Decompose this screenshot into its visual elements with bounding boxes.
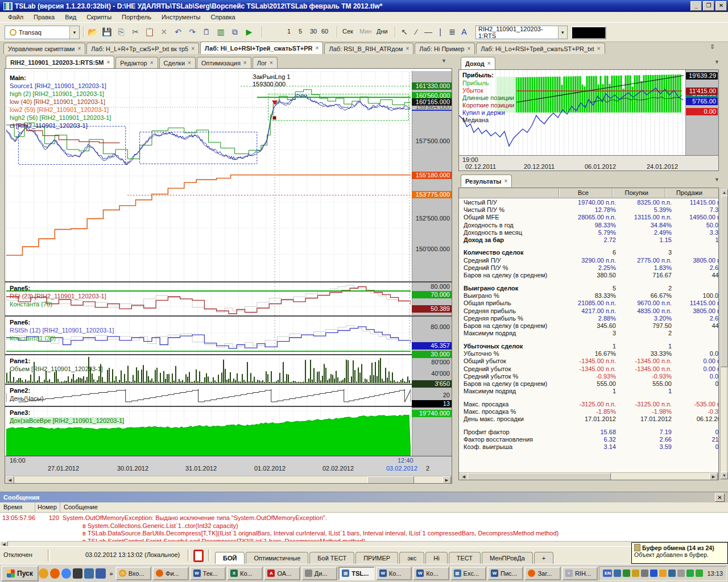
income-chart[interactable]: Прибыль:ПрибыльУбытокДлинные позицииКоро… — [458, 69, 719, 171]
close-tab-icon[interactable]: × — [504, 178, 507, 184]
table-row[interactable]: Баров на сделку (в среднем)380.50716.674… — [459, 272, 718, 279]
pane-splitter[interactable] — [5, 354, 452, 355]
cursor-icon[interactable]: ↖ — [398, 26, 411, 38]
table-row[interactable]: Общий MFE28065.00 п.п.13115.00 п.п.14950… — [459, 214, 718, 221]
text-icon[interactable]: A — [458, 26, 470, 38]
pane-splitter[interactable] — [5, 315, 452, 317]
quick-launch-overflow-icon[interactable]: » — [107, 570, 115, 577]
table-row[interactable]: Макс. просадка %-1.85%-1.98%-0.34% — [459, 408, 718, 415]
scroll-left-icon[interactable]: ◀ — [460, 473, 468, 480]
symbol-combo[interactable]: RIH2_110901_120203-1:RTS▼ — [475, 26, 568, 39]
agent-tab-МенПРовДа[interactable]: МенПРовДа — [482, 552, 533, 564]
save-icon[interactable]: 💾 — [101, 26, 113, 38]
redo-icon[interactable]: ↷ — [186, 26, 198, 38]
table-row[interactable]: Баров на сделку (в среднем)555.00555.000… — [459, 380, 718, 388]
run-icon[interactable]: ▶ — [243, 26, 255, 38]
menu-item-Правка[interactable]: Правка — [29, 13, 59, 21]
agent-tab-Бой ТЕСТ[interactable]: Бой ТЕСТ — [309, 552, 354, 564]
table-row[interactable]: Выиграно %83.33%66.67%100.00% — [459, 292, 718, 299]
layout-icon[interactable]: ⧉ — [229, 26, 241, 38]
vertical-line-icon[interactable]: | — [434, 26, 446, 38]
menu-item-Скрипты[interactable]: Скрипты — [82, 13, 116, 21]
table-row[interactable]: Средний убыток-1345.00 п.п.-1345.00 п.п.… — [459, 365, 718, 372]
agent-tab-ПРИМЕР[interactable]: ПРИМЕР — [355, 552, 398, 564]
results-dropdown-icon[interactable]: ▼ — [714, 177, 719, 182]
table-row[interactable]: Общая прибыль21085.00 п.п.9670.00 п.п.11… — [459, 300, 718, 307]
clock-icon[interactable] — [39, 568, 48, 579]
title-bar[interactable]: TSLab (версия 1.1.23.0:32bit) - D:\НЕ УД… — [0, 0, 728, 12]
chart2-tray-icon[interactable] — [650, 569, 657, 577]
chart-icon[interactable]: ▥ — [214, 26, 227, 38]
chart-tab[interactable]: Оптимизация× — [197, 57, 251, 68]
taskbar-window-Ко...[interactable]: WКо... — [376, 567, 412, 580]
workspace-tab[interactable]: Управление скриптами× — [3, 43, 85, 54]
close-tab-icon[interactable]: × — [597, 45, 601, 52]
minimize-button[interactable]: _ — [690, 1, 702, 11]
unit-Дни[interactable]: Дни — [377, 28, 388, 35]
messages-col-message[interactable]: Сообщение — [60, 502, 98, 512]
inkscape-icon[interactable] — [73, 568, 82, 579]
close-tab-icon[interactable]: × — [487, 60, 491, 66]
results-hscrollbar[interactable]: ◀▶ — [459, 472, 718, 480]
scroll-thumb[interactable] — [367, 476, 414, 484]
audio-tray-icon[interactable] — [696, 569, 703, 577]
table-row[interactable]: Макс. просадка-3125.00 п.п.-3125.00 п.п.… — [459, 400, 718, 408]
grid-tray-icon[interactable] — [632, 569, 639, 577]
agent-tab-Hi[interactable]: Hi — [425, 552, 447, 564]
close-tab-icon[interactable]: × — [191, 45, 195, 52]
kmplayer-icon[interactable] — [96, 568, 105, 579]
messages-col-number[interactable]: Номер — [35, 502, 60, 512]
screen-tray-icon[interactable] — [623, 569, 630, 577]
agent-tab-+[interactable]: + — [534, 552, 553, 564]
timeframe-30[interactable]: 30 — [310, 28, 317, 35]
open-icon[interactable]: 📂 — [86, 26, 99, 38]
table-row[interactable]: Максимум подряд110 — [459, 388, 718, 395]
table-row[interactable]: День макс. просадки17.01.201217.01.20120… — [459, 415, 718, 423]
scroll-right-icon[interactable]: ▶ — [442, 476, 451, 484]
chrome-icon[interactable] — [61, 568, 71, 579]
results-column-header[interactable]: Покупки — [613, 188, 665, 198]
timeframe-5[interactable]: 5 — [299, 28, 302, 35]
messages-title-bar[interactable]: Сообщения✕ — [0, 492, 728, 502]
pane-splitter[interactable] — [5, 384, 452, 385]
close-icon[interactable]: ✕ — [715, 493, 725, 502]
workspace-tab[interactable]: Лаб: Hi_Lo+RSI+Трей_сжатьST+PR_txt× — [476, 43, 605, 54]
power-tray-icon[interactable] — [677, 569, 685, 577]
table-row[interactable]: Средняя прибыль4217.00 п.п.4835.00 п.п.3… — [459, 307, 718, 314]
chart-tab[interactable]: RIH2_110901_120203-1:RTS:5M× — [6, 56, 114, 68]
chart-tabs-dropdown-icon[interactable]: ▼ — [441, 58, 446, 64]
table-row[interactable]: Количество сделок633 — [459, 249, 718, 256]
table-row[interactable]: Чистый П/У19740.00 п.п.8325.00 п.п.11415… — [459, 198, 718, 206]
menu-item-Вид[interactable]: Вид — [60, 13, 81, 21]
results-column-header[interactable]: Продажи — [665, 188, 718, 198]
agent-tab-БОЙ[interactable]: БОЙ — [215, 552, 245, 564]
agent-tab-Оптимистичные[interactable]: Оптимистичные — [246, 552, 308, 564]
table-row[interactable]: Доход за бар2.721.151.57 — [459, 236, 718, 243]
workspace-tab[interactable]: Лаб: Hi_Lo+RSI+Трей_сжатьST+PR× — [200, 41, 323, 54]
taskbar-window-RIH...[interactable]: ≡RIH... — [562, 567, 598, 580]
table-row[interactable]: Средний П/У3290.00 п.п.2775.00 п.п.3805.… — [459, 256, 718, 264]
chart-tab[interactable]: Редактор× — [115, 57, 158, 68]
table-row[interactable]: Доходность в месяц5.79%2.49%3.39% — [459, 228, 718, 236]
pane-splitter[interactable] — [5, 406, 452, 407]
color-swatch[interactable] — [571, 26, 606, 39]
taskbar-window-Ди...[interactable]: Ди... — [301, 567, 337, 580]
agent-tab-экс[interactable]: экс — [399, 552, 424, 564]
menu-item-Портфель[interactable]: Портфель — [117, 13, 156, 21]
table-row[interactable]: Максимум подряд323 — [459, 330, 718, 337]
scroll-thumb[interactable] — [468, 473, 611, 480]
close-tab-icon[interactable]: × — [467, 45, 470, 52]
workspace-tab[interactable]: Лаб: RSI_B_RIH_ATRдом× — [324, 43, 413, 54]
taskbar-window-Вхо...[interactable]: ◷Вхо... — [115, 567, 151, 580]
transaq-combo[interactable]: Transaq▼ — [5, 26, 80, 39]
clipboard-tray-icon[interactable] — [641, 569, 648, 577]
transaq-dropdown-icon[interactable]: ▼ — [69, 26, 79, 39]
results-vscrollbar[interactable]: ▲ ▼ — [720, 188, 727, 480]
workspace-tab[interactable]: Лаб: H_L+R+Тр_сжS+P_txt вк тр5× — [86, 43, 199, 54]
cut-icon[interactable]: ✂ — [129, 26, 142, 38]
close-tab-icon[interactable]: × — [316, 45, 319, 51]
taskbar-window-ОА...[interactable]: AОА... — [264, 567, 300, 580]
taskbar-window-Пис...[interactable]: WПис... — [487, 567, 523, 580]
browser-tray-icon[interactable] — [686, 569, 694, 577]
pane-splitter[interactable] — [5, 281, 452, 282]
